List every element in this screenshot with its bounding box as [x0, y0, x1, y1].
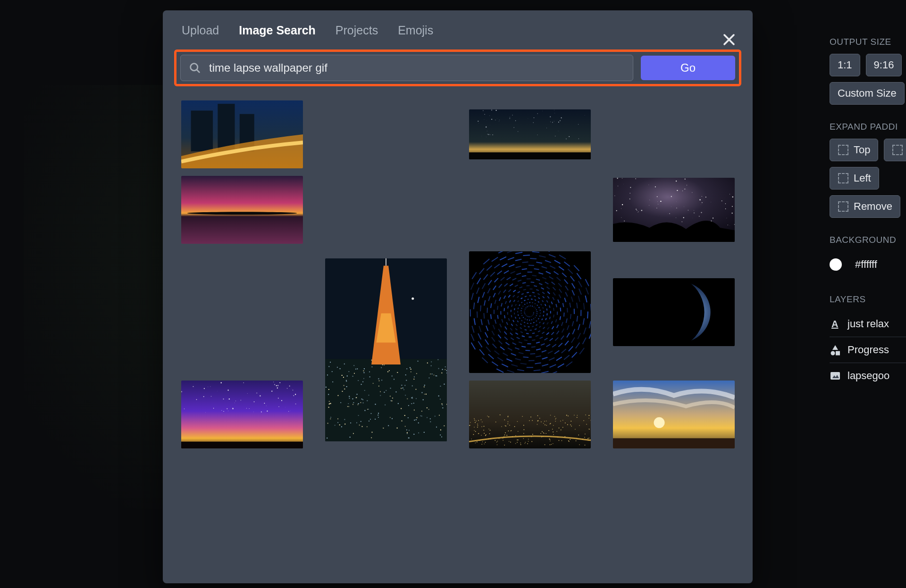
svg-rect-344 [344, 423, 345, 424]
svg-point-34 [487, 131, 487, 132]
result-thumbnail[interactable] [613, 381, 735, 448]
go-button[interactable]: Go [641, 56, 735, 80]
svg-rect-975 [510, 431, 511, 431]
svg-rect-323 [413, 434, 414, 435]
svg-rect-294 [416, 417, 417, 418]
svg-rect-362 [431, 373, 432, 374]
result-thumbnail[interactable] [181, 176, 303, 244]
svg-line-464 [543, 315, 544, 316]
svg-point-864 [227, 411, 228, 411]
svg-rect-892 [546, 425, 547, 426]
svg-rect-11 [191, 111, 212, 151]
svg-point-859 [271, 390, 272, 391]
pad-extra-button[interactable] [884, 139, 906, 161]
svg-point-64 [537, 113, 537, 114]
layers-heading: LAYERS [830, 294, 906, 305]
search-input[interactable] [208, 61, 625, 75]
svg-point-117 [692, 192, 692, 193]
svg-point-838 [213, 408, 213, 408]
svg-line-559 [524, 340, 527, 340]
svg-rect-219 [437, 359, 438, 360]
result-thumbnail[interactable] [181, 100, 303, 168]
svg-point-54 [495, 110, 496, 111]
close-button[interactable] [720, 30, 738, 49]
svg-point-122 [649, 200, 650, 200]
tab-image-search[interactable]: Image Search [239, 24, 316, 37]
svg-rect-204 [367, 400, 368, 401]
result-thumbnail[interactable] [613, 178, 735, 242]
svg-rect-197 [421, 411, 422, 412]
svg-rect-249 [367, 409, 368, 410]
svg-line-520 [507, 306, 508, 309]
background-color-row[interactable]: #ffffff [830, 252, 906, 277]
svg-rect-248 [364, 410, 365, 411]
svg-point-828 [281, 400, 282, 401]
svg-rect-906 [532, 420, 533, 421]
svg-rect-277 [430, 421, 431, 422]
svg-rect-946 [548, 431, 549, 431]
svg-point-120 [660, 201, 661, 202]
aspect-9-16-button[interactable]: 9:16 [866, 54, 902, 76]
svg-point-59 [488, 134, 489, 135]
svg-line-626 [525, 350, 530, 351]
svg-point-874 [210, 396, 211, 397]
result-thumbnail[interactable] [613, 278, 735, 346]
layer-item-text[interactable]: A just relax [830, 311, 906, 337]
svg-rect-997 [585, 434, 586, 435]
svg-rect-345 [425, 394, 426, 395]
svg-rect-239 [378, 378, 379, 379]
svg-rect-1063 [475, 422, 476, 423]
result-thumbnail[interactable] [181, 381, 303, 448]
svg-point-848 [267, 411, 268, 412]
svg-point-65 [552, 122, 553, 123]
svg-rect-330 [352, 398, 353, 399]
svg-rect-258 [330, 417, 331, 418]
svg-point-143 [629, 199, 630, 199]
svg-line-603 [531, 347, 535, 347]
svg-point-822 [223, 398, 224, 399]
svg-point-149 [641, 210, 642, 211]
svg-line-509 [549, 317, 550, 319]
custom-size-button[interactable]: Custom Size [830, 82, 905, 105]
pad-top-button[interactable]: Top [830, 139, 878, 161]
search-field[interactable] [180, 55, 633, 81]
svg-point-876 [277, 398, 278, 398]
svg-point-139 [635, 178, 636, 179]
svg-rect-236 [357, 404, 358, 405]
svg-point-835 [253, 401, 254, 402]
right-sidebar: OUTPUT SIZE 1:1 9:16 Custom Size EXPAND … [821, 0, 906, 588]
result-thumbnail[interactable] [469, 251, 591, 373]
svg-point-884 [279, 382, 280, 383]
remove-padding-button[interactable]: Remove [830, 195, 900, 218]
layer-item-image[interactable]: lapsegoo [830, 363, 906, 389]
svg-point-39 [495, 120, 495, 120]
svg-rect-941 [523, 438, 524, 439]
svg-rect-176 [380, 391, 381, 392]
svg-point-860 [232, 408, 234, 409]
svg-rect-241 [327, 374, 328, 375]
result-thumbnail[interactable] [469, 381, 591, 448]
svg-rect-940 [589, 415, 590, 416]
svg-rect-192 [361, 384, 361, 385]
tab-emojis[interactable]: Emojis [398, 24, 433, 37]
svg-rect-968 [529, 420, 530, 421]
svg-point-132 [711, 221, 712, 222]
layer-item-shapes[interactable]: Progress [830, 337, 906, 363]
svg-line-426 [525, 319, 526, 319]
tab-projects[interactable]: Projects [336, 24, 378, 37]
svg-rect-1043 [480, 419, 481, 420]
tab-upload[interactable]: Upload [182, 24, 219, 37]
svg-rect-909 [495, 440, 495, 441]
result-thumbnail[interactable] [325, 258, 447, 441]
svg-point-129 [676, 217, 676, 218]
svg-rect-917 [523, 430, 524, 431]
svg-point-879 [240, 400, 241, 400]
svg-rect-182 [413, 410, 414, 411]
svg-line-439 [538, 307, 539, 308]
aspect-1-1-button[interactable]: 1:1 [830, 54, 860, 76]
pad-left-button[interactable]: Left [830, 167, 879, 190]
svg-point-157 [624, 221, 625, 222]
result-thumbnail[interactable] [469, 109, 591, 159]
svg-rect-213 [431, 361, 432, 362]
svg-point-886 [227, 389, 228, 390]
